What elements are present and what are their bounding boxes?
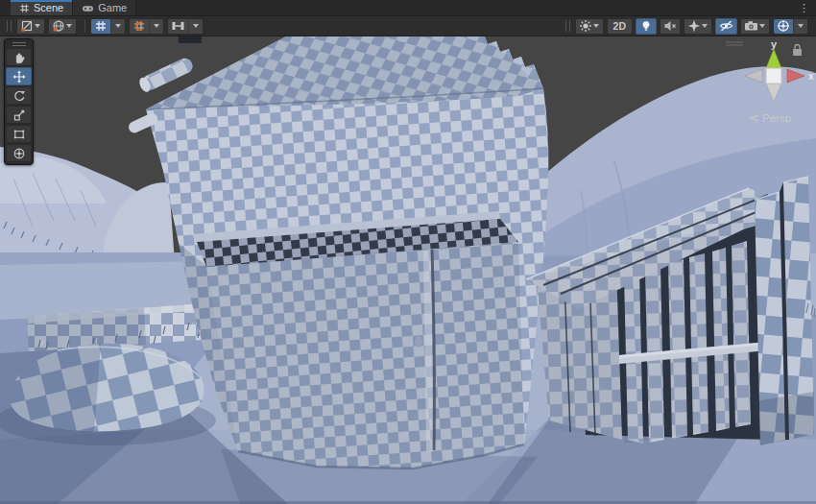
hand-icon bbox=[12, 51, 26, 64]
grid-snap-icon bbox=[132, 19, 146, 33]
tab-scene-label: Scene bbox=[34, 2, 63, 13]
chevron-down-icon bbox=[154, 24, 159, 28]
eye-slash-icon bbox=[719, 19, 733, 33]
gizmos-dropdown[interactable] bbox=[773, 18, 808, 35]
toolbar-separator bbox=[84, 20, 85, 33]
toolbar-drag-handle[interactable] bbox=[7, 20, 12, 32]
chevron-down-icon bbox=[798, 24, 804, 28]
tool-rect[interactable] bbox=[6, 125, 32, 143]
gizmo-y-label: y bbox=[771, 38, 778, 50]
tab-game-label: Game bbox=[98, 2, 127, 13]
toggle-2d-label: 2D bbox=[611, 20, 629, 32]
effects-dropdown[interactable] bbox=[684, 18, 712, 35]
chevron-down-icon bbox=[702, 24, 708, 28]
rotate-icon bbox=[12, 89, 26, 103]
chevron-down-icon bbox=[759, 24, 765, 28]
scene-toolbar: 2D bbox=[0, 16, 816, 36]
tab-game[interactable]: Game bbox=[73, 0, 136, 15]
chevron-down-icon bbox=[115, 24, 121, 28]
toggle-2d-button[interactable]: 2D bbox=[607, 18, 633, 35]
grid-snapping-dropdown[interactable] bbox=[129, 18, 164, 35]
move-icon bbox=[12, 70, 26, 84]
tab-bar: Scene Game ⋮ bbox=[0, 0, 816, 16]
chevron-down-icon bbox=[593, 24, 599, 28]
sun-icon bbox=[579, 19, 592, 33]
draw-mode-dropdown[interactable] bbox=[16, 18, 45, 35]
scene-lighting-toggle[interactable] bbox=[636, 18, 657, 35]
sparkle-icon bbox=[687, 19, 701, 33]
tool-move[interactable] bbox=[6, 67, 32, 85]
tools-overlay bbox=[4, 38, 34, 165]
speaker-muted-icon bbox=[663, 19, 677, 33]
projection-label: Persp bbox=[762, 112, 791, 124]
transform-tool-icon bbox=[12, 147, 26, 160]
gizmo-center-cube[interactable] bbox=[766, 68, 781, 84]
camera-icon bbox=[744, 19, 758, 33]
grid-axis-icon bbox=[94, 19, 108, 33]
scene-visibility-toggle[interactable] bbox=[715, 18, 737, 35]
toolbar-drag-handle[interactable] bbox=[565, 20, 570, 32]
tool-scale[interactable] bbox=[6, 106, 32, 124]
camera-view-dropdown[interactable] bbox=[48, 18, 77, 35]
tool-transform[interactable] bbox=[6, 144, 32, 162]
tools-overlay-grip[interactable] bbox=[6, 40, 32, 48]
unity-scene-view-window: Scene Game ⋮ bbox=[0, 0, 816, 504]
toolbar-right-group: 2D bbox=[564, 18, 811, 35]
tab-options-kebab-icon[interactable]: ⋮ bbox=[792, 0, 816, 15]
grid-visibility-dropdown[interactable] bbox=[90, 18, 126, 35]
gizmo-sphere-icon bbox=[777, 19, 790, 33]
lightbulb-icon bbox=[639, 19, 653, 33]
scale-icon bbox=[12, 108, 26, 122]
chevron-down-icon bbox=[35, 24, 40, 28]
snap-increment-dropdown[interactable] bbox=[167, 18, 204, 35]
scene-effects-dropdown[interactable] bbox=[575, 18, 604, 35]
gamepad-icon bbox=[82, 3, 94, 13]
shaded-mode-icon bbox=[20, 19, 34, 33]
chevron-down-icon bbox=[66, 24, 72, 28]
camera-settings-dropdown[interactable] bbox=[740, 18, 770, 35]
scene-audio-toggle[interactable] bbox=[660, 18, 681, 35]
gizmo-x-label: x bbox=[808, 71, 814, 82]
chevron-down-icon bbox=[193, 24, 199, 28]
tool-view-hand[interactable] bbox=[6, 48, 32, 66]
globe-icon bbox=[52, 19, 65, 33]
tab-scene[interactable]: Scene bbox=[11, 0, 73, 15]
scene-grid-icon bbox=[19, 3, 30, 13]
snap-move-icon bbox=[171, 19, 185, 33]
rect-tool-icon bbox=[12, 128, 26, 141]
tool-rotate[interactable] bbox=[6, 86, 32, 105]
scene-viewport[interactable]: y x Persp bbox=[0, 36, 816, 504]
